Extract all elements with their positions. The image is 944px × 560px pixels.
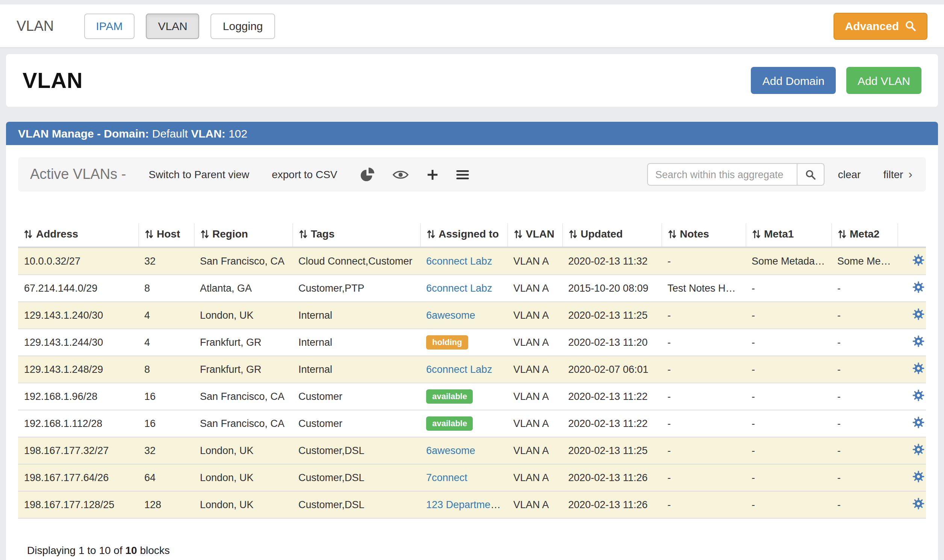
table-row: 67.214.144.0/29 8 Atlanta, GA Customer,P… (18, 275, 926, 302)
cell-tags: Customer,PTP (292, 275, 420, 302)
column-header-label: Tags (311, 228, 334, 240)
cell-updated: 2020-02-13 11:25 (562, 437, 661, 464)
cell-region: London, UK (194, 437, 292, 464)
cell-address: 129.143.1.244/30 (18, 329, 138, 356)
cell-region: Atlanta, GA (194, 275, 292, 302)
assigned-link[interactable]: 6connect Labz (426, 364, 492, 375)
cell-region: London, UK (194, 491, 292, 518)
gear-icon[interactable] (912, 417, 924, 431)
cell-updated: 2020-02-13 11:20 (562, 329, 661, 356)
top-nav: VLAN IPAM VLAN Logging Advanced (0, 5, 944, 48)
cell-vlan: VLAN A (507, 437, 562, 464)
tab-vlan[interactable]: VLAN (146, 13, 199, 39)
clear-link[interactable]: clear (838, 168, 861, 180)
pagination-total-count: 10 (126, 544, 137, 556)
table-row: 129.143.1.240/30 4 London, UK Internal 6… (18, 302, 926, 329)
filter-link[interactable]: filter › (883, 168, 912, 180)
assigned-link[interactable]: 6awesome (426, 310, 475, 321)
plus-icon[interactable] (427, 169, 438, 180)
cell-host: 8 (138, 356, 194, 383)
column-header[interactable]: VLAN (507, 223, 562, 247)
gear-icon[interactable] (912, 362, 924, 377)
assigned-link[interactable]: 6awesome (426, 445, 475, 456)
cell-region: London, UK (194, 464, 292, 491)
sort-icon (752, 229, 760, 239)
assigned-link[interactable]: 6connect Labz (426, 283, 492, 294)
gear-icon[interactable] (912, 308, 924, 323)
column-header[interactable]: Meta1 (746, 223, 831, 247)
cell-region: San Francisco, CA (194, 383, 292, 410)
eye-icon[interactable] (392, 169, 409, 180)
tab-logging[interactable]: Logging (211, 13, 275, 39)
column-header-label: Address (36, 228, 78, 240)
cell-tags: Internal (292, 329, 420, 356)
cell-actions (897, 464, 926, 491)
add-domain-button[interactable]: Add Domain (751, 67, 836, 94)
table-row: 198.167.177.64/26 64 London, UK Customer… (18, 464, 926, 491)
cell-assigned: 6connect Labz (420, 247, 507, 275)
sort-icon (569, 229, 577, 239)
cell-address: 67.214.144.0/29 (18, 275, 138, 302)
column-header[interactable]: Address (18, 223, 138, 247)
cell-meta1: - (746, 410, 831, 437)
cell-updated: 2020-02-13 11:22 (562, 410, 661, 437)
cell-meta1: - (746, 464, 831, 491)
assigned-link[interactable]: 123 Department... (426, 499, 507, 511)
column-header[interactable]: Region (194, 223, 292, 247)
chevron-right-icon: › (908, 168, 912, 180)
cell-meta2: - (831, 383, 897, 410)
gear-icon[interactable] (912, 471, 924, 485)
gear-icon[interactable] (912, 335, 924, 349)
table-row: 192.168.1.112/28 16 San Francisco, CA Cu… (18, 410, 926, 437)
cell-meta1: - (746, 356, 831, 383)
cell-vlan: VLAN A (507, 356, 562, 383)
column-header[interactable]: Assigned to (420, 223, 507, 247)
cell-assigned: available (420, 383, 507, 410)
add-vlan-button[interactable]: Add VLAN (846, 67, 921, 94)
cell-meta2: - (831, 437, 897, 464)
search-icon (805, 169, 816, 180)
cell-tags: Internal (292, 356, 420, 383)
gear-icon[interactable] (912, 389, 924, 404)
column-header[interactable]: Updated (562, 223, 661, 247)
advanced-search-button[interactable]: Advanced (834, 12, 927, 40)
column-header-label: Updated (581, 228, 623, 240)
column-header[interactable]: Notes (661, 223, 746, 247)
cell-notes: - (661, 491, 746, 518)
gear-icon[interactable] (912, 254, 924, 268)
menu-icon[interactable] (456, 169, 469, 179)
cell-host: 16 (138, 410, 194, 437)
cell-notes: - (661, 383, 746, 410)
assigned-link[interactable]: 7connect (426, 472, 467, 483)
cell-notes: - (661, 356, 746, 383)
column-header-label: Assigned to (438, 228, 499, 240)
gear-icon[interactable] (912, 498, 924, 512)
tab-ipam[interactable]: IPAM (84, 13, 135, 39)
sort-icon (514, 229, 522, 239)
column-header[interactable]: Tags (292, 223, 420, 247)
page-title: VLAN (23, 68, 83, 93)
sort-icon (145, 229, 153, 239)
gear-icon[interactable] (912, 281, 924, 295)
pie-chart-icon[interactable] (360, 167, 374, 182)
cell-assigned: available (420, 410, 507, 437)
cell-region: London, UK (194, 302, 292, 329)
filter-label: filter (883, 168, 903, 180)
toolbar: Active VLANs - Switch to Parent view exp… (18, 157, 926, 192)
search-group (647, 163, 824, 186)
gear-icon[interactable] (912, 443, 924, 458)
column-header[interactable]: Meta2 (831, 223, 897, 247)
cell-assigned: 6awesome (420, 437, 507, 464)
export-csv-link[interactable]: export to CSV (272, 168, 337, 180)
aggregate-search-input[interactable] (647, 163, 798, 186)
cell-host: 64 (138, 464, 194, 491)
advanced-label: Advanced (845, 20, 899, 32)
search-button[interactable] (798, 163, 824, 186)
cell-region: San Francisco, CA (194, 247, 292, 275)
cell-vlan: VLAN A (507, 329, 562, 356)
column-header-label: Meta2 (850, 228, 879, 240)
column-header[interactable]: Host (138, 223, 194, 247)
cell-meta1: - (746, 491, 831, 518)
assigned-link[interactable]: 6connect Labz (426, 255, 492, 267)
switch-parent-view-link[interactable]: Switch to Parent view (149, 168, 249, 180)
